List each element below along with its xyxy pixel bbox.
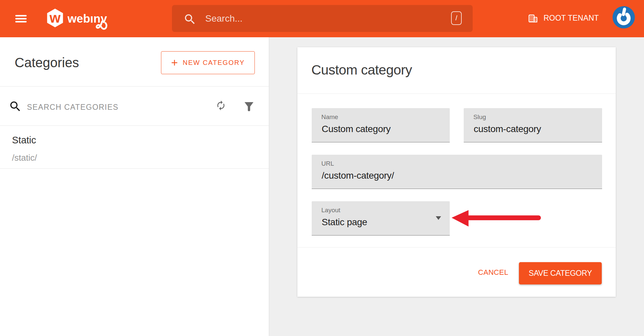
- svg-text:w: w: [49, 10, 61, 26]
